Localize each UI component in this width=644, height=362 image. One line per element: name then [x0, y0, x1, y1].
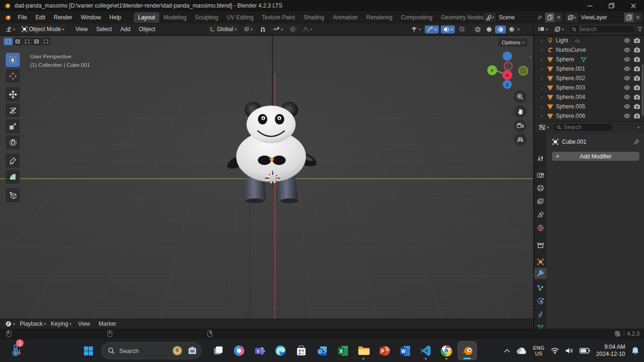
- menu-object[interactable]: Object: [135, 24, 160, 34]
- disable-render-camera-icon[interactable]: [634, 37, 640, 43]
- menu-window[interactable]: Window: [76, 12, 105, 23]
- tab-geometry-nodes[interactable]: Geometry Nodes: [437, 12, 488, 23]
- tab-constraints[interactable]: [534, 309, 546, 320]
- proportional-falloff-dropdown[interactable]: ▾: [300, 25, 314, 33]
- hide-eye-icon[interactable]: [624, 84, 630, 91]
- blender-menu-icon[interactable]: [4, 14, 12, 21]
- outliner-row-sphere-002[interactable]: › Sphere.002: [534, 74, 644, 83]
- select-mode-extend[interactable]: [13, 38, 22, 45]
- menu-edit[interactable]: Edit: [31, 12, 50, 23]
- pin-icon[interactable]: [537, 15, 542, 20]
- tool-move[interactable]: [6, 87, 20, 101]
- shading-wireframe-button[interactable]: [472, 25, 483, 33]
- tab-particles[interactable]: [534, 282, 546, 294]
- tab-collection[interactable]: [534, 239, 546, 251]
- pin-icon[interactable]: [633, 139, 639, 145]
- disable-render-camera-icon[interactable]: [634, 94, 640, 100]
- viewlayer-browse-button[interactable]: ▾: [566, 13, 578, 22]
- snap-settings-dropdown[interactable]: ▾: [271, 25, 285, 33]
- weather-widget[interactable]: 1: [5, 341, 27, 360]
- navigation-gizmo[interactable]: Y X Z: [484, 51, 531, 95]
- xray-toggle[interactable]: [457, 25, 467, 33]
- pivot-point-dropdown[interactable]: ▾: [241, 25, 255, 33]
- menu-file[interactable]: File: [14, 12, 31, 23]
- tab-render[interactable]: [534, 169, 546, 181]
- disable-render-camera-icon[interactable]: [634, 66, 640, 72]
- vscode-button[interactable]: [416, 341, 435, 360]
- tab-sculpting[interactable]: Sculpting: [191, 12, 223, 23]
- tray-expand-chevron-icon[interactable]: [504, 349, 510, 353]
- timeline-view-menu[interactable]: View: [74, 319, 94, 329]
- playback-menu[interactable]: Playback▾: [17, 320, 49, 328]
- expand-arrow[interactable]: ›: [541, 95, 545, 100]
- timeline-marker-menu[interactable]: Marker: [94, 319, 120, 329]
- edge-button[interactable]: [271, 341, 290, 360]
- tab-output[interactable]: [534, 182, 546, 194]
- tab-layout[interactable]: Layout: [134, 12, 159, 23]
- battery-icon[interactable]: [579, 348, 590, 354]
- outliner-search-input[interactable]: [579, 26, 632, 33]
- select-mode-set[interactable]: [4, 38, 13, 45]
- expand-arrow[interactable]: ›: [541, 114, 545, 119]
- scene-name-field[interactable]: Scene: [496, 13, 545, 22]
- transform-orientation-dropdown[interactable]: Global▾: [207, 25, 239, 33]
- expand-arrow[interactable]: ›: [541, 48, 545, 53]
- viewlayer-remove-button[interactable]: ✕: [634, 13, 642, 22]
- properties-search[interactable]: [553, 123, 613, 132]
- volume-icon[interactable]: [565, 347, 573, 354]
- tab-rendering[interactable]: Rendering: [362, 12, 396, 23]
- scene-unlink-button[interactable]: ✕: [554, 13, 563, 22]
- menu-help[interactable]: Help: [105, 12, 125, 23]
- filter-icon[interactable]: [637, 26, 642, 32]
- tool-add-cube[interactable]: [6, 188, 20, 202]
- select-mode-intersect[interactable]: [41, 38, 50, 45]
- hide-eye-icon[interactable]: [624, 66, 630, 72]
- expand-arrow[interactable]: ›: [541, 85, 545, 90]
- zoom-tool-button[interactable]: [514, 90, 527, 103]
- tool-rotate[interactable]: [6, 103, 20, 117]
- hide-eye-icon[interactable]: [624, 75, 630, 82]
- viewlayer-new-button[interactable]: [624, 13, 634, 22]
- expand-arrow[interactable]: ›: [541, 76, 545, 81]
- hide-eye-icon[interactable]: [624, 47, 630, 53]
- disable-render-camera-icon[interactable]: [634, 103, 640, 109]
- wifi-icon[interactable]: [551, 347, 559, 354]
- viewport-3d[interactable]: User Perspective (1) Collection | Cube.0…: [0, 36, 533, 319]
- powerpoint-button[interactable]: P: [375, 341, 394, 360]
- minimize-button[interactable]: [579, 0, 601, 11]
- shading-material-button[interactable]: [495, 25, 506, 33]
- menu-view[interactable]: View: [71, 24, 92, 34]
- hide-eye-icon[interactable]: [624, 94, 630, 100]
- select-mode-invert[interactable]: [32, 38, 41, 45]
- tool-cursor[interactable]: [6, 69, 20, 83]
- expand-arrow[interactable]: ›: [541, 66, 545, 72]
- snap-toggle[interactable]: [257, 25, 268, 33]
- scene-new-button[interactable]: [545, 13, 554, 22]
- tab-texture-paint[interactable]: Texture Paint: [258, 12, 299, 23]
- tool-measure[interactable]: [6, 170, 20, 184]
- pan-tool-button[interactable]: [514, 105, 527, 118]
- menu-select[interactable]: Select: [92, 24, 116, 34]
- blender-taskbar-button[interactable]: [458, 341, 477, 360]
- file-explorer-button[interactable]: [354, 341, 373, 360]
- tab-tool[interactable]: [534, 153, 546, 164]
- hide-eye-icon[interactable]: [624, 37, 630, 44]
- hide-eye-icon[interactable]: [624, 113, 630, 119]
- restore-button[interactable]: [601, 0, 622, 11]
- menu-render[interactable]: Render: [50, 12, 76, 23]
- mode-dropdown[interactable]: Object Mode ▾: [19, 25, 66, 33]
- gizmos-toggle[interactable]: ▾: [425, 25, 439, 33]
- outliner-row-sphere-005[interactable]: › Sphere.005: [534, 102, 644, 111]
- copilot-button[interactable]: [230, 341, 248, 360]
- properties-search-input[interactable]: [564, 124, 610, 131]
- disable-render-camera-icon[interactable]: [634, 47, 640, 53]
- tab-modeling[interactable]: Modeling: [159, 12, 191, 23]
- outliner-scrollbar[interactable]: [642, 64, 644, 116]
- tab-compositing[interactable]: Compositing: [396, 12, 437, 23]
- outliner-row-sphere-006[interactable]: › Sphere.006: [534, 111, 644, 121]
- expand-arrow[interactable]: ›: [541, 104, 545, 109]
- viewlayer-name-field[interactable]: ViewLayer: [578, 13, 624, 22]
- camera-view-button[interactable]: [514, 119, 527, 132]
- tab-modifiers[interactable]: [534, 268, 546, 279]
- expand-arrow[interactable]: ›: [541, 38, 545, 43]
